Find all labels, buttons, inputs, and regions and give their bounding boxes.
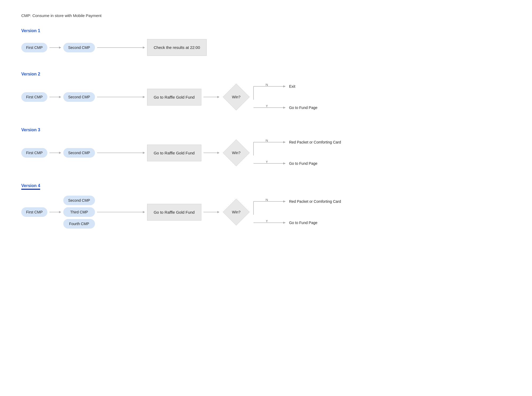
svg-marker-9 — [217, 96, 219, 98]
svg-text:Y: Y — [265, 105, 268, 108]
svg-marker-24 — [217, 152, 219, 154]
branch-n-label: Red Packet or Comforting Card — [289, 140, 341, 144]
cmp-pill: Second CMP — [63, 196, 95, 205]
svg-text:N: N — [265, 199, 268, 202]
svg-marker-29 — [283, 141, 285, 143]
svg-text:N: N — [265, 140, 268, 142]
svg-marker-7 — [143, 96, 145, 98]
version-v4-block: Version 4First CMPSecond CMPThird CMPFou… — [21, 183, 511, 229]
branch-container: NRed Packet or Comforting CardYGo to Fun… — [251, 140, 341, 166]
cmp-pill: Second CMP — [63, 43, 95, 52]
svg-marker-5 — [59, 96, 61, 98]
svg-marker-17 — [283, 107, 285, 109]
diamond: Win? — [222, 197, 251, 227]
cmp-pill: First CMP — [21, 92, 47, 102]
svg-text:Y: Y — [265, 161, 268, 164]
page-title: CMP: Consume in store with Mobile Paymen… — [21, 13, 511, 18]
svg-marker-39 — [217, 211, 219, 213]
svg-text:Y: Y — [265, 220, 268, 223]
version-label-v1: Version 1 — [21, 28, 511, 33]
cmp-pill: Second CMP — [63, 148, 95, 158]
flow-row-v3: First CMPSecond CMPGo to Raffle Gold Fun… — [21, 138, 511, 167]
flow-row-v2: First CMPSecond CMPGo to Raffle Gold Fun… — [21, 82, 511, 112]
cmp-pill: First CMP — [21, 207, 47, 217]
cmp-pill: First CMP — [21, 43, 47, 52]
version-v1-block: Version 1First CMPSecond CMPCheck the re… — [21, 28, 511, 56]
branch-container: NRed Packet or Comforting CardYGo to Fun… — [251, 199, 341, 225]
diamond: Win? — [222, 138, 251, 167]
branch-y: YGo to Fund Page — [251, 105, 318, 110]
diamond: Win? — [222, 82, 251, 112]
svg-marker-37 — [143, 211, 145, 213]
version-v3-block: Version 3First CMPSecond CMPGo to Raffle… — [21, 128, 511, 167]
version-label-v3: Version 3 — [21, 128, 511, 132]
branch-n: NRed Packet or Comforting Card — [251, 199, 341, 215]
flow-row-v1: First CMPSecond CMPCheck the results at … — [21, 39, 511, 56]
rect-box: Check the results at 22:00 — [147, 39, 207, 56]
svg-marker-1 — [59, 47, 61, 49]
branch-n: NExit — [251, 84, 318, 100]
svg-marker-3 — [143, 47, 145, 49]
version-label-v4: Version 4 — [21, 183, 40, 190]
branch-y: YGo to Fund Page — [251, 161, 341, 166]
cmp-pill: Fourth CMP — [63, 219, 95, 229]
branch-container: NExitYGo to Fund Page — [251, 84, 318, 110]
rect-box: Go to Raffle Gold Fund — [147, 204, 201, 221]
svg-marker-32 — [283, 162, 285, 165]
svg-marker-44 — [283, 200, 285, 203]
cmp-pill: First CMP — [21, 148, 47, 158]
branch-y: YGo to Fund Page — [251, 220, 341, 225]
version-label-v2: Version 2 — [21, 72, 511, 77]
branch-n-label: Red Packet or Comforting Card — [289, 199, 341, 204]
svg-text:N: N — [265, 84, 268, 87]
flow-row-v4: First CMPSecond CMPThird CMPFourth CMPGo… — [21, 196, 511, 229]
svg-marker-14 — [283, 85, 285, 87]
rect-box: Go to Raffle Gold Fund — [147, 89, 201, 106]
branch-y-label: Go to Fund Page — [289, 106, 318, 110]
svg-marker-22 — [143, 152, 145, 154]
branch-n: NRed Packet or Comforting Card — [251, 140, 341, 155]
branch-y-label: Go to Fund Page — [289, 161, 318, 166]
branch-n-label: Exit — [289, 84, 295, 89]
svg-text:Win?: Win? — [232, 210, 240, 214]
version-v2-block: Version 2First CMPSecond CMPGo to Raffle… — [21, 72, 511, 112]
cmp-pill: Third CMP — [63, 207, 95, 217]
svg-marker-35 — [59, 211, 61, 213]
cmp-pill: Second CMP — [63, 92, 95, 102]
rect-box: Go to Raffle Gold Fund — [147, 145, 201, 161]
svg-text:Win?: Win? — [232, 151, 240, 155]
svg-text:Win?: Win? — [232, 95, 240, 99]
svg-marker-20 — [59, 152, 61, 154]
cmp-stack: Second CMPThird CMPFourth CMP — [63, 196, 95, 229]
svg-marker-47 — [283, 222, 285, 224]
branch-y-label: Go to Fund Page — [289, 221, 318, 225]
